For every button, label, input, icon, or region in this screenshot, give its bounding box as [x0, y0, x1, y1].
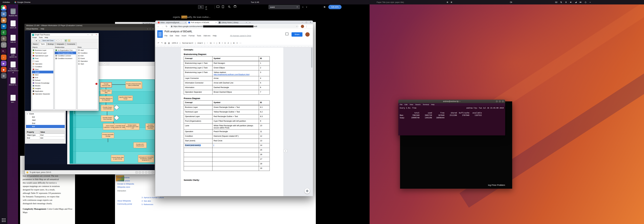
- table-row[interactable]: Information Connector Arrow with Dashed …: [184, 81, 270, 85]
- relationship-list-item[interactable]: Condition inconnect: [55, 57, 76, 60]
- table-row[interactable]: Condition Diamond (Square rotated 45°) 1…: [184, 134, 270, 139]
- object-list-item[interactable]: Event: [32, 71, 53, 73]
- diagram-node[interactable]: Prioritise datasets to be integrated: [99, 96, 113, 102]
- docs-toolbar-item[interactable]: ↷: [161, 42, 162, 44]
- docs-menu-item[interactable]: Insert: [182, 35, 186, 37]
- dock-app-icon[interactable]: ◆: [1, 67, 6, 72]
- object-list-item[interactable]: Business Layer: [32, 49, 53, 51]
- back-icon[interactable]: ←: [157, 25, 160, 27]
- diagram-node[interactable]: Convert binary data to open format: [111, 155, 124, 162]
- search-icon[interactable]: [228, 5, 230, 8]
- keyboard-icon[interactable]: [555, 1, 557, 3]
- property-row[interactable]: Endtest: [26, 137, 65, 139]
- diagram-node[interactable]: Specify initial Project Scope: [118, 95, 133, 101]
- activities-button[interactable]: Activities: [2, 0, 10, 4]
- docs-menu-item[interactable]: Tools: [197, 35, 201, 37]
- docs-toolbar-item[interactable]: A: [228, 42, 229, 44]
- diagram-node[interactable]: Provide HPC Infrastructure: [134, 142, 146, 148]
- table-row[interactable]: Brainstorming Layer 3 Task Yellow stadiu…: [184, 70, 270, 76]
- new-tab-button[interactable]: +: [249, 21, 250, 24]
- table-row[interactable]: Brainstorming Layer 2 Task Green Ellipse…: [184, 66, 270, 70]
- docs-toolbar-item[interactable]: ▤: [164, 42, 166, 44]
- layout-icon[interactable]: ◧: [65, 39, 67, 42]
- battery-icon[interactable]: [580, 1, 582, 3]
- table-row[interactable]: Operational Layer Red Rectangle Outline …: [184, 114, 270, 119]
- docs-toolbar-item[interactable]: B: [219, 42, 220, 44]
- table-row[interactable]: Start (event) Red Circle 13: [184, 139, 270, 143]
- close-icon[interactable]: ✕: [94, 33, 98, 36]
- diagram-node[interactable]: Design Spatio-Temporal Data Index + API: [125, 123, 140, 130]
- expander-icon[interactable]: ▾: [27, 113, 28, 115]
- table-row[interactable]: 19: [184, 166, 270, 171]
- terminal-output[interactable]: Every 2.0s: free andrew-ltp: Tue Jul 16 …: [398, 106, 505, 135]
- docs-menu-item[interactable]: File: [164, 35, 168, 37]
- object-list-item[interactable]: Models: [32, 84, 53, 87]
- screen-record-icon[interactable]: [510, 1, 512, 3]
- suggestion-icon[interactable]: [26, 172, 28, 173]
- network-icon[interactable]: [575, 1, 577, 3]
- desktop-file-icon[interactable]: draft-update.tex: [8, 48, 18, 58]
- page-number-input[interactable]: 5: [198, 5, 204, 9]
- wiki-sidebar-link[interactable]: About Wikipedia: [117, 200, 131, 202]
- terminal-menu-item[interactable]: Search: [415, 104, 420, 105]
- tree-row[interactable]: Alert: [26, 119, 65, 122]
- role-list-item[interactable]: Start: [78, 62, 98, 65]
- dock-app-icon[interactable]: ✉: [1, 11, 6, 17]
- object-list-item[interactable]: Condition: [32, 65, 53, 68]
- cdrom-icon[interactable]: [139, 171, 141, 174]
- docs-toolbar-item[interactable]: 11: [210, 42, 212, 44]
- close-icon[interactable]: [502, 100, 504, 102]
- diagram-node[interactable]: Provide Project Cost Estimate: [101, 105, 114, 111]
- docs-toolbar-item[interactable]: ▧: [168, 42, 170, 44]
- docs-menu-item[interactable]: Add-ons: [204, 35, 210, 37]
- dock-app-icon[interactable]: ⊙: [1, 73, 6, 79]
- minimize-icon[interactable]: ─: [302, 21, 303, 23]
- canvas-tool-icon[interactable]: ≡: [100, 62, 102, 65]
- desktop-file-icon[interactable]: watch.sh: [8, 20, 18, 29]
- object-list-item[interactable]: Operation: [32, 62, 53, 65]
- object-list-item[interactable]: Application: [32, 90, 53, 92]
- open-icon[interactable]: ▣: [35, 39, 38, 42]
- usb-icon[interactable]: [145, 171, 147, 174]
- find-prev-icon[interactable]: ∧: [302, 6, 304, 8]
- maximize-icon[interactable]: ▢: [90, 33, 94, 36]
- desktop-file-icon[interactable]: todo.txt: [8, 35, 18, 43]
- show-applications-icon[interactable]: [2, 219, 6, 222]
- dock-app-icon[interactable]: ♪: [1, 54, 6, 60]
- terminal-menu-item[interactable]: Edit: [405, 104, 408, 105]
- browser-tab[interactable]: PoN analysis of BiDaML ✕: [187, 21, 218, 24]
- document-title[interactable]: PoN analysis of BiDaML: [164, 30, 192, 33]
- desktop-file-icon[interactable]: tmp-notes physofnotions.txt: [8, 61, 18, 74]
- maximize-icon[interactable]: [499, 100, 501, 102]
- fit-width-icon[interactable]: [216, 5, 219, 8]
- fit-page-icon[interactable]: [222, 5, 224, 8]
- grid-icon[interactable]: #: [55, 39, 58, 42]
- docs-toolbar-item[interactable]: ↶: [158, 42, 159, 44]
- diagram-node[interactable]: Provide Historical data: [100, 82, 112, 87]
- wiki-toc-entry[interactable]: 3 Apricot in human culture: [142, 197, 164, 199]
- docs-toolbar-item[interactable]: |: [231, 42, 231, 44]
- cell-link[interactable]: http://mathworld.wolfram.com/Stadium.htm…: [214, 73, 258, 75]
- microphone-muted-icon[interactable]: [560, 1, 562, 3]
- docs-menu-item[interactable]: View: [175, 35, 179, 37]
- terminal-titlebar[interactable]: andrew@andrew-ltp: ~: [398, 100, 505, 103]
- wiki-toc-entry[interactable]: 4 See also: [142, 200, 151, 202]
- terminal-menu-item[interactable]: File: [400, 104, 402, 105]
- docs-toolbar-item[interactable]: 100% ▾: [172, 42, 178, 44]
- table-row[interactable]: Pool (Organisation) Cyan Filled Rectangl…: [184, 119, 270, 124]
- reload-icon[interactable]: ↻: [166, 25, 168, 28]
- vmware-menu-item[interactable]: Help: [41, 27, 44, 30]
- property-row[interactable]: Object typeEnd: [26, 134, 65, 137]
- power-icon[interactable]: [584, 1, 587, 3]
- find-input[interactable]: [268, 5, 300, 9]
- terminal-menu-item[interactable]: Help: [431, 104, 434, 105]
- object-list-item[interactable]: Domain Knowledge: [32, 82, 53, 84]
- docs-toolbar-item[interactable]: |: [204, 42, 205, 44]
- graph-tool-tab[interactable]: Bindings: [46, 43, 55, 45]
- wiki-sidebar-link[interactable]: Community portal: [117, 203, 132, 205]
- role-list-item[interactable]: start: [78, 49, 98, 51]
- docs-toolbar-item[interactable]: ≣: [233, 42, 235, 44]
- docs-toolbar-item[interactable]: I: [222, 42, 222, 44]
- object-list-item[interactable]: Lane: [32, 60, 53, 62]
- table-row[interactable]: Brainstorming Layer 1 Task Red Hexagon 1: [184, 61, 270, 66]
